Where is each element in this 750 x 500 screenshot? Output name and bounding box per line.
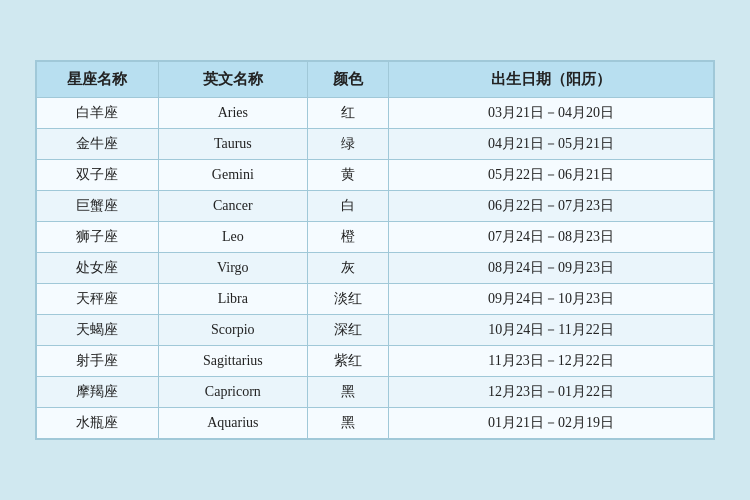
cell-en: Gemini: [158, 160, 307, 191]
table-row: 狮子座Leo橙07月24日－08月23日: [37, 222, 714, 253]
cell-cn: 狮子座: [37, 222, 159, 253]
cell-en: Capricorn: [158, 377, 307, 408]
cell-color: 深红: [307, 315, 388, 346]
cell-color: 橙: [307, 222, 388, 253]
table-row: 水瓶座Aquarius黑01月21日－02月19日: [37, 408, 714, 439]
header-color: 颜色: [307, 62, 388, 98]
cell-cn: 天秤座: [37, 284, 159, 315]
table-row: 双子座Gemini黄05月22日－06月21日: [37, 160, 714, 191]
table-row: 天蝎座Scorpio深红10月24日－11月22日: [37, 315, 714, 346]
table-row: 金牛座Taurus绿04月21日－05月21日: [37, 129, 714, 160]
table-row: 摩羯座Capricorn黑12月23日－01月22日: [37, 377, 714, 408]
cell-cn: 水瓶座: [37, 408, 159, 439]
cell-cn: 金牛座: [37, 129, 159, 160]
cell-en: Taurus: [158, 129, 307, 160]
cell-date: 12月23日－01月22日: [389, 377, 714, 408]
cell-cn: 巨蟹座: [37, 191, 159, 222]
cell-color: 黄: [307, 160, 388, 191]
cell-date: 06月22日－07月23日: [389, 191, 714, 222]
cell-date: 10月24日－11月22日: [389, 315, 714, 346]
cell-color: 紫红: [307, 346, 388, 377]
cell-cn: 处女座: [37, 253, 159, 284]
cell-color: 黑: [307, 408, 388, 439]
cell-cn: 摩羯座: [37, 377, 159, 408]
cell-color: 红: [307, 98, 388, 129]
cell-en: Aquarius: [158, 408, 307, 439]
cell-date: 03月21日－04月20日: [389, 98, 714, 129]
cell-en: Scorpio: [158, 315, 307, 346]
table-row: 射手座Sagittarius紫红11月23日－12月22日: [37, 346, 714, 377]
header-cn: 星座名称: [37, 62, 159, 98]
table-body: 白羊座Aries红03月21日－04月20日金牛座Taurus绿04月21日－0…: [37, 98, 714, 439]
cell-color: 淡红: [307, 284, 388, 315]
table-row: 白羊座Aries红03月21日－04月20日: [37, 98, 714, 129]
cell-date: 04月21日－05月21日: [389, 129, 714, 160]
zodiac-table-container: 星座名称 英文名称 颜色 出生日期（阳历） 白羊座Aries红03月21日－04…: [35, 60, 715, 440]
cell-color: 白: [307, 191, 388, 222]
header-date: 出生日期（阳历）: [389, 62, 714, 98]
cell-color: 绿: [307, 129, 388, 160]
cell-en: Libra: [158, 284, 307, 315]
cell-en: Virgo: [158, 253, 307, 284]
cell-color: 黑: [307, 377, 388, 408]
cell-en: Sagittarius: [158, 346, 307, 377]
zodiac-table: 星座名称 英文名称 颜色 出生日期（阳历） 白羊座Aries红03月21日－04…: [36, 61, 714, 439]
cell-en: Leo: [158, 222, 307, 253]
table-header-row: 星座名称 英文名称 颜色 出生日期（阳历）: [37, 62, 714, 98]
cell-cn: 射手座: [37, 346, 159, 377]
cell-en: Cancer: [158, 191, 307, 222]
cell-en: Aries: [158, 98, 307, 129]
cell-date: 11月23日－12月22日: [389, 346, 714, 377]
cell-cn: 天蝎座: [37, 315, 159, 346]
cell-date: 05月22日－06月21日: [389, 160, 714, 191]
cell-color: 灰: [307, 253, 388, 284]
table-row: 处女座Virgo灰08月24日－09月23日: [37, 253, 714, 284]
cell-date: 09月24日－10月23日: [389, 284, 714, 315]
cell-cn: 双子座: [37, 160, 159, 191]
table-row: 天秤座Libra淡红09月24日－10月23日: [37, 284, 714, 315]
header-en: 英文名称: [158, 62, 307, 98]
cell-date: 08月24日－09月23日: [389, 253, 714, 284]
cell-date: 01月21日－02月19日: [389, 408, 714, 439]
cell-cn: 白羊座: [37, 98, 159, 129]
table-row: 巨蟹座Cancer白06月22日－07月23日: [37, 191, 714, 222]
cell-date: 07月24日－08月23日: [389, 222, 714, 253]
